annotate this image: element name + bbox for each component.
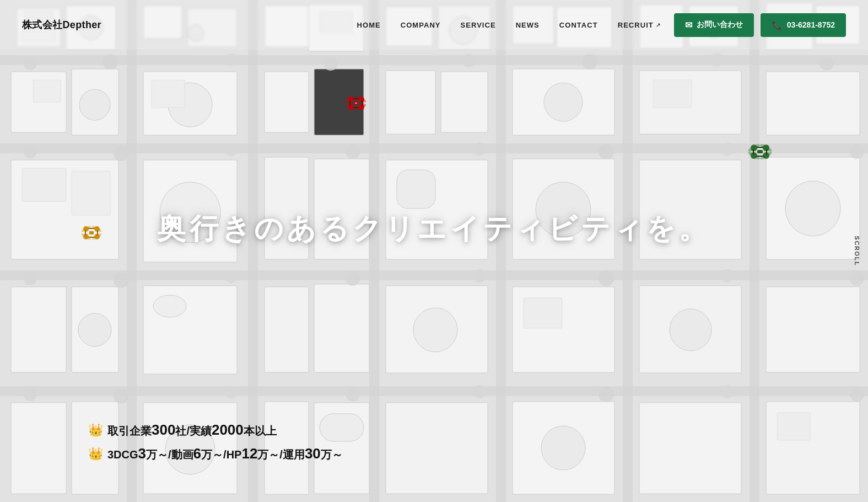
navbar: 株式会社Depther HOME COMPANY SERVICE NEWS CO… [0, 0, 868, 50]
contact-button[interactable]: ✉ お問い合わせ [674, 13, 754, 37]
hero-content: 奥行きのあるクリエイティビティを。 [157, 210, 710, 248]
bottom-stats: 👑 取引企業300社/実績2000本以上 👑 3DCG3万～/動画6万～/HP1… [88, 421, 343, 469]
stat-text-1: 取引企業300社/実績2000本以上 [107, 421, 277, 439]
stat-text-2: 3DCG3万～/動画6万～/HP12万～/運用30万～ [107, 445, 343, 462]
phone-button[interactable]: 📞 03-6281-8752 [761, 13, 846, 37]
scroll-indicator: SCROLL [854, 236, 860, 266]
nav-buttons: ✉ お問い合わせ 📞 03-6281-8752 [674, 13, 846, 37]
crown-icon-2: 👑 [88, 447, 103, 461]
nav-links: HOME COMPANY SERVICE NEWS CONTACT RECRUI… [357, 21, 661, 29]
stat-row-2: 👑 3DCG3万～/動画6万～/HP12万～/運用30万～ [88, 445, 343, 462]
hero-tagline: 奥行きのあるクリエイティビティを。 [157, 210, 710, 248]
drone-red [346, 95, 366, 115]
contact-button-label: お問い合わせ [697, 20, 743, 30]
drone-green [748, 142, 772, 164]
stat-row-1: 👑 取引企業300社/実績2000本以上 [88, 421, 343, 439]
nav-contact[interactable]: CONTACT [559, 21, 598, 29]
site-logo[interactable]: 株式会社Depther [22, 18, 101, 31]
nav-home[interactable]: HOME [357, 21, 381, 29]
phone-icon: 📞 [772, 20, 783, 30]
svg-rect-144 [89, 231, 94, 234]
svg-rect-131 [355, 103, 357, 104]
email-icon: ✉ [685, 20, 692, 30]
nav-news[interactable]: NEWS [516, 21, 540, 29]
external-link-icon: ↗ [656, 22, 661, 28]
nav-recruit[interactable]: RECRUIT ↗ [618, 21, 661, 29]
nav-service[interactable]: SERVICE [461, 21, 496, 29]
nav-recruit-label: RECRUIT [618, 21, 654, 29]
crown-icon-1: 👑 [88, 423, 103, 437]
drone-yellow [82, 225, 101, 244]
svg-rect-157 [757, 150, 763, 153]
phone-button-label: 03-6281-8752 [787, 20, 835, 29]
nav-company[interactable]: COMPANY [401, 21, 441, 29]
